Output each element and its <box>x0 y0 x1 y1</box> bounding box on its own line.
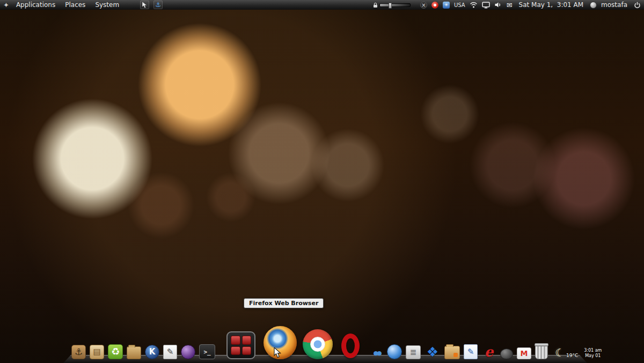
tray-disabled-icon[interactable]: × <box>420 2 427 9</box>
arrow-cursor-icon <box>142 2 148 9</box>
power-icon[interactable] <box>634 2 641 9</box>
dock-item-e-app[interactable]: e <box>481 344 496 359</box>
brightness-slider[interactable] <box>373 2 411 8</box>
menu-places[interactable]: Places <box>62 0 88 10</box>
dock-clock-date: May 01 <box>585 353 601 359</box>
panel-right: × ✳ USA ✉ Sat May 1, 3:01 AM mostafa <box>373 0 641 10</box>
dock-item-trash[interactable] <box>535 345 548 359</box>
dock-item-folder[interactable] <box>127 346 141 359</box>
menu-system[interactable]: System <box>92 0 122 10</box>
dock-item-weather[interactable]: ☾ 19°C <box>555 346 578 359</box>
dock-item-package-box[interactable]: ▤ <box>90 345 104 359</box>
dock-item-red-grid-app[interactable] <box>226 331 255 359</box>
dock-item-blue-dots-app[interactable]: ●● <box>370 346 383 359</box>
keyboard-layout-indicator[interactable]: USA <box>454 2 465 8</box>
opera-icon <box>341 334 360 358</box>
user-avatar[interactable] <box>590 2 597 9</box>
display-icon[interactable] <box>482 2 490 9</box>
mail-envelope-icon[interactable]: ✉ <box>507 1 513 9</box>
anchor-icon: ⚓ <box>75 347 83 357</box>
gmail-icon: M <box>521 350 528 357</box>
tray-blue-icon[interactable]: ✳ <box>443 2 450 9</box>
dock-item-opera[interactable] <box>339 332 362 359</box>
dock: ⚓ ▤ ♻ K ✎ >_ ●● ≣ ❖ ✎ e M ☾ 19°C 3:01 am… <box>71 326 602 359</box>
panel-clock[interactable]: Sat May 1, 3:01 AM <box>517 1 586 9</box>
weather-temp-label: 19°C <box>566 353 578 359</box>
pencil-icon: ✎ <box>167 348 174 356</box>
file-drawer-icon: ≣ <box>410 349 417 357</box>
mouse-cursor <box>274 347 282 360</box>
dock-item-docky-anchor[interactable]: ⚓ <box>71 345 86 359</box>
package-icon: ▤ <box>93 348 100 356</box>
dock-clock-time: 3:01 am <box>584 348 602 353</box>
dock-item-clock-widget[interactable]: 3:01 am May 01 <box>584 348 602 359</box>
dock-item-chrome[interactable] <box>303 329 333 359</box>
tray-update-icon[interactable] <box>431 2 438 9</box>
desktop-wallpaper <box>0 10 644 363</box>
cursor-launcher-icon[interactable] <box>140 1 149 9</box>
recycle-icon: ♻ <box>111 347 120 357</box>
distributor-logo-icon: ✦ <box>3 1 9 9</box>
dock-item-purple-sphere[interactable] <box>181 345 195 359</box>
dock-item-gmail[interactable]: M <box>517 347 531 359</box>
dock-item-web-globe[interactable] <box>387 344 402 359</box>
dock-item-software-center[interactable]: ♻ <box>108 344 123 359</box>
firefox-tooltip: Firefox Web Browser <box>244 298 324 308</box>
docky-settings-launcher[interactable]: ⚓ <box>153 1 163 9</box>
wifi-icon[interactable] <box>470 2 478 8</box>
slider-handle[interactable] <box>389 3 392 9</box>
dropbox-icon: ❖ <box>427 345 438 359</box>
dock-item-text-editor[interactable]: ✎ <box>163 345 177 359</box>
blue-dots-icon: ●● <box>373 350 380 356</box>
dock-item-terminal[interactable]: >_ <box>199 344 215 359</box>
e-app-icon: e <box>485 345 494 359</box>
dock-item-mouse-app[interactable] <box>500 349 513 359</box>
document-pencil-icon: ✎ <box>467 348 474 356</box>
volume-icon[interactable] <box>494 2 502 8</box>
dock-item-keepass[interactable]: K <box>145 345 159 359</box>
menu-applications[interactable]: Applications <box>13 0 58 10</box>
keepass-icon: K <box>149 348 156 356</box>
top-panel: ✦ Applications Places System ⚓ × ✳ USA ✉… <box>0 0 644 10</box>
dock-item-document-editor[interactable]: ✎ <box>464 344 478 359</box>
username-label[interactable]: mostafa <box>601 1 630 9</box>
moon-icon: ☾ <box>555 346 565 359</box>
dock-item-file-manager[interactable]: ≣ <box>406 345 421 359</box>
panel-left: ✦ Applications Places System ⚓ <box>3 0 163 10</box>
dock-item-downloads-folder[interactable] <box>444 346 460 359</box>
terminal-icon: >_ <box>203 349 210 355</box>
red-grid-icon <box>231 336 251 355</box>
lock-icon <box>373 2 378 8</box>
dock-item-dropbox[interactable]: ❖ <box>425 344 441 359</box>
slider-track[interactable] <box>379 3 411 7</box>
